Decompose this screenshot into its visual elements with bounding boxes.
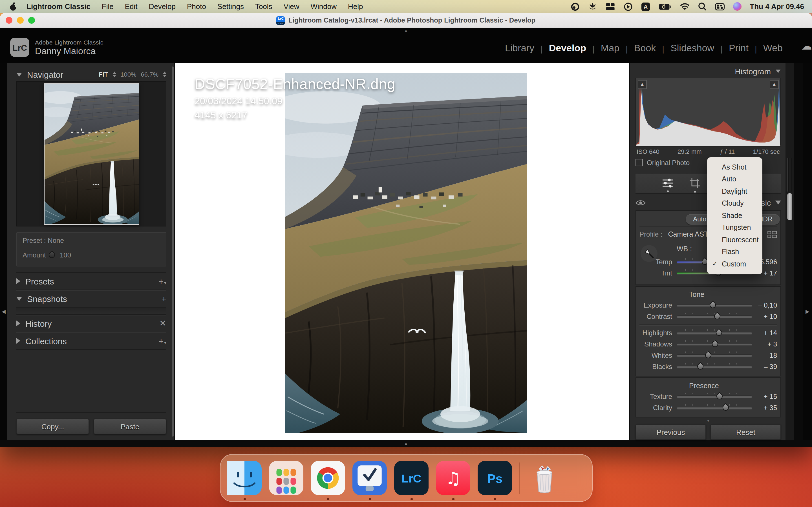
right-panel-scrollbar-thumb[interactable] [787,193,792,220]
wb-option-shade[interactable]: Shade [707,210,762,222]
navigator-zoom-custom[interactable]: 66.7% [141,71,158,78]
bottom-collapse-arrow-icon[interactable]: ▲ [404,442,408,446]
profile-browser-icon[interactable] [767,231,777,238]
blacks-slider-track[interactable] [677,365,752,368]
plus-icon[interactable]: + [161,294,166,303]
right-panel-scrollbar-track[interactable] [785,63,794,440]
wb-option-tungsten[interactable]: Tungsten [707,222,762,234]
panel-section-snapshots[interactable]: Snapshots+ [16,290,166,307]
dock-music-icon[interactable]: ♫ [436,461,470,495]
clarity-slider-thumb[interactable] [721,403,730,412]
menu-help[interactable]: Help [342,2,369,11]
fit-spinner-icon[interactable] [112,71,116,77]
wb-option-cloudy[interactable]: Cloudy [707,198,762,210]
menu-develop[interactable]: Develop [143,2,181,11]
disclosure-triangle-icon[interactable] [776,70,781,73]
navigator-zoom-100[interactable]: 100% [120,71,136,78]
left-panel-scrollbar[interactable] [172,66,174,437]
disclosure-triangle-icon[interactable] [16,338,20,344]
wifi-icon[interactable] [680,3,689,10]
disclosure-triangle-icon[interactable] [775,201,781,205]
battery-icon[interactable] [658,3,671,10]
menu-settings[interactable]: Settings [212,2,250,11]
menu-photo[interactable]: Photo [181,2,212,11]
dock-lightroom-classic-icon[interactable]: LrC [394,461,428,495]
highlights-slider-track[interactable] [677,332,752,334]
reset-button[interactable]: Reset [711,424,781,440]
cloud-sync-icon[interactable]: ☁ [801,39,812,52]
shadows-slider-thumb[interactable] [711,340,719,348]
wb-option-custom[interactable]: ✓Custom [707,258,762,270]
histogram-box[interactable]: ▲ ▲ [636,77,781,146]
left-collapse-arrow-icon[interactable]: ◀ [2,309,6,314]
module-map[interactable]: Map [595,43,626,54]
filmstrip-collapse-strip[interactable]: ▲ [0,440,812,447]
main-photo[interactable] [285,73,527,433]
disclosure-triangle-icon[interactable] [16,278,20,284]
loom-icon[interactable] [570,2,579,11]
previous-button[interactable]: Previous [636,424,706,440]
disclosure-triangle-icon[interactable] [16,297,22,300]
dock-launchpad-icon[interactable] [269,461,303,495]
navigator-preview[interactable] [16,81,166,226]
module-develop[interactable]: Develop [543,43,592,54]
menu-clock[interactable]: Thu 4 Apr 09.46 [750,2,804,11]
wb-option-auto[interactable]: Auto [707,173,762,185]
panel-section-collections[interactable]: Collections+▾ [16,332,166,350]
blacks-slider-thumb[interactable] [696,362,705,371]
plus-icon[interactable]: +▾ [158,276,166,286]
module-web[interactable]: Web [757,43,789,54]
right-collapse-arrow-icon[interactable]: ▶ [806,309,809,314]
navigator-thumbnail-image[interactable] [44,83,139,224]
wb-option-daylight[interactable]: Daylight [707,185,762,198]
whites-slider-thumb[interactable] [704,351,713,360]
copy-button[interactable]: Copy... [16,418,89,434]
menu-app-name[interactable]: Lightroom Classic [21,2,96,11]
module-slideshow[interactable]: Slideshow [664,43,720,54]
apple-menu-icon[interactable] [9,2,17,11]
wb-option-fluorescent[interactable]: Fluorescent [707,234,762,246]
clarity-slider-track[interactable] [677,407,752,409]
dock-trash-icon[interactable] [527,461,562,495]
panel-section-history[interactable]: History✕ [16,314,166,332]
module-book[interactable]: Book [628,43,662,54]
texture-slider-thumb[interactable] [715,392,724,401]
dock-finder-icon[interactable] [227,461,262,495]
control-center-icon[interactable] [715,3,724,10]
dock-tasks-app-icon[interactable] [352,461,387,495]
highlights-slider-thumb[interactable] [715,328,723,337]
shadow-clipping-indicator[interactable]: ▲ [638,80,647,89]
edit-sliders-tool[interactable] [661,178,674,188]
navigator-fit-button[interactable]: FIT [99,71,108,78]
panel-section-presets[interactable]: Presets+▾ [16,272,166,290]
menu-file[interactable]: File [96,2,119,11]
stacks-icon[interactable] [605,2,615,11]
letter-a-badge-icon[interactable]: A [641,2,650,11]
plus-icon[interactable]: +▾ [158,336,166,346]
dock-chrome-icon[interactable] [311,461,345,495]
menu-view[interactable]: View [278,2,305,11]
original-photo-checkbox[interactable] [636,159,643,166]
menu-edit[interactable]: Edit [119,2,143,11]
wb-option-flash[interactable]: Flash [707,246,762,258]
lotus-icon[interactable] [588,2,597,11]
panel-switch-eye-icon[interactable] [636,199,646,206]
window-title-bar[interactable]: LrC CAT Lightroom Catalog-v13.lrcat - Ad… [0,13,812,28]
menu-tools[interactable]: Tools [250,2,278,11]
close-icon[interactable]: ✕ [159,318,166,328]
exposure-slider-thumb[interactable] [709,301,717,309]
crop-tool[interactable] [689,177,700,189]
play-circle-icon[interactable] [623,2,632,11]
left-panel-collapse-strip[interactable]: ◀ [0,63,7,440]
contrast-slider-track[interactable] [677,316,752,318]
module-library[interactable]: Library [499,43,541,54]
wb-option-as-shot[interactable]: As Shot [707,161,762,173]
wb-eyedropper-icon[interactable] [641,245,658,262]
contrast-slider-thumb[interactable] [713,312,722,321]
histogram-header[interactable]: Histogram [636,65,781,77]
right-panel-collapse-strip[interactable]: ▶ [803,63,812,440]
module-print[interactable]: Print [723,43,755,54]
menu-window[interactable]: Window [305,2,343,11]
spotlight-icon[interactable] [698,2,706,11]
navigator-header[interactable]: Navigator FIT 100% 66.7% [16,68,166,81]
